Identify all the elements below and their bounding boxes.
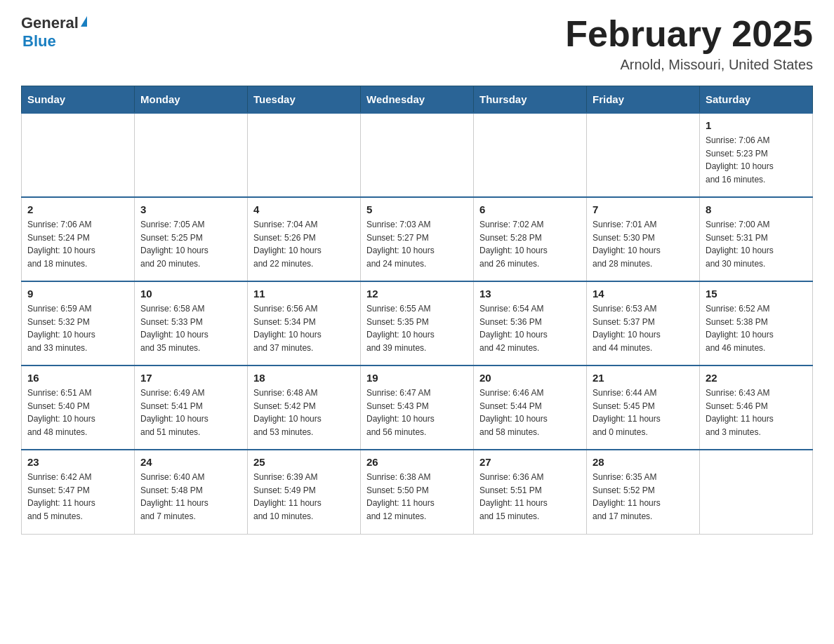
day-number: 21 bbox=[593, 372, 694, 384]
day-number: 19 bbox=[366, 372, 468, 384]
day-number: 5 bbox=[366, 203, 468, 215]
day-info: Sunrise: 6:52 AM Sunset: 5:38 PM Dayligh… bbox=[706, 302, 807, 354]
calendar-cell bbox=[587, 113, 700, 197]
calendar-header-monday: Monday bbox=[135, 86, 248, 114]
day-number: 18 bbox=[253, 372, 355, 384]
day-info: Sunrise: 6:58 AM Sunset: 5:33 PM Dayligh… bbox=[140, 302, 241, 354]
day-number: 14 bbox=[593, 288, 694, 300]
day-info: Sunrise: 6:56 AM Sunset: 5:34 PM Dayligh… bbox=[253, 302, 355, 354]
day-number: 26 bbox=[366, 456, 468, 468]
calendar-header-friday: Friday bbox=[587, 86, 700, 114]
day-info: Sunrise: 7:06 AM Sunset: 5:23 PM Dayligh… bbox=[706, 134, 807, 186]
calendar-header-saturday: Saturday bbox=[700, 86, 813, 114]
calendar-cell bbox=[474, 113, 587, 197]
calendar-header-tuesday: Tuesday bbox=[248, 86, 361, 114]
day-info: Sunrise: 7:00 AM Sunset: 5:31 PM Dayligh… bbox=[706, 218, 807, 270]
day-info: Sunrise: 6:38 AM Sunset: 5:50 PM Dayligh… bbox=[366, 471, 468, 523]
calendar-week-5: 23Sunrise: 6:42 AM Sunset: 5:47 PM Dayli… bbox=[22, 450, 813, 534]
day-number: 12 bbox=[366, 288, 468, 300]
day-info: Sunrise: 6:43 AM Sunset: 5:46 PM Dayligh… bbox=[706, 387, 807, 438]
day-number: 10 bbox=[140, 288, 241, 300]
day-number: 8 bbox=[706, 203, 807, 215]
day-number: 25 bbox=[253, 456, 355, 468]
calendar-cell: 12Sunrise: 6:55 AM Sunset: 5:35 PM Dayli… bbox=[361, 281, 474, 365]
calendar-cell bbox=[361, 113, 474, 197]
calendar-cell bbox=[22, 113, 135, 197]
day-info: Sunrise: 7:05 AM Sunset: 5:25 PM Dayligh… bbox=[140, 218, 241, 270]
calendar-cell: 14Sunrise: 6:53 AM Sunset: 5:37 PM Dayli… bbox=[587, 281, 700, 365]
calendar-week-4: 16Sunrise: 6:51 AM Sunset: 5:40 PM Dayli… bbox=[22, 365, 813, 450]
calendar-cell: 4Sunrise: 7:04 AM Sunset: 5:26 PM Daylig… bbox=[248, 197, 361, 281]
month-title: February 2025 bbox=[565, 14, 813, 54]
calendar-cell: 13Sunrise: 6:54 AM Sunset: 5:36 PM Dayli… bbox=[474, 281, 587, 365]
page-header: General Blue February 2025 Arnold, Misso… bbox=[21, 14, 813, 73]
calendar-cell: 7Sunrise: 7:01 AM Sunset: 5:30 PM Daylig… bbox=[587, 197, 700, 281]
day-number: 23 bbox=[27, 456, 128, 468]
location-title: Arnold, Missouri, United States bbox=[565, 57, 813, 73]
day-number: 3 bbox=[140, 203, 241, 215]
calendar-cell: 11Sunrise: 6:56 AM Sunset: 5:34 PM Dayli… bbox=[248, 281, 361, 365]
day-info: Sunrise: 6:44 AM Sunset: 5:45 PM Dayligh… bbox=[593, 387, 694, 438]
calendar-cell: 28Sunrise: 6:35 AM Sunset: 5:52 PM Dayli… bbox=[587, 450, 700, 534]
day-number: 24 bbox=[140, 456, 241, 468]
day-number: 4 bbox=[253, 203, 355, 215]
logo-general-text: General bbox=[21, 14, 79, 32]
day-number: 6 bbox=[479, 203, 581, 215]
calendar-cell: 10Sunrise: 6:58 AM Sunset: 5:33 PM Dayli… bbox=[135, 281, 248, 365]
calendar-cell: 21Sunrise: 6:44 AM Sunset: 5:45 PM Dayli… bbox=[587, 365, 700, 450]
day-info: Sunrise: 6:46 AM Sunset: 5:44 PM Dayligh… bbox=[479, 387, 581, 438]
day-info: Sunrise: 6:55 AM Sunset: 5:35 PM Dayligh… bbox=[366, 302, 468, 354]
day-info: Sunrise: 6:49 AM Sunset: 5:41 PM Dayligh… bbox=[140, 387, 241, 438]
calendar-cell: 22Sunrise: 6:43 AM Sunset: 5:46 PM Dayli… bbox=[700, 365, 813, 450]
day-info: Sunrise: 7:06 AM Sunset: 5:24 PM Dayligh… bbox=[27, 218, 128, 270]
day-info: Sunrise: 6:39 AM Sunset: 5:49 PM Dayligh… bbox=[253, 471, 355, 523]
calendar-table: SundayMondayTuesdayWednesdayThursdayFrid… bbox=[21, 86, 813, 535]
day-number: 22 bbox=[706, 372, 807, 384]
day-number: 20 bbox=[479, 372, 581, 384]
calendar-week-3: 9Sunrise: 6:59 AM Sunset: 5:32 PM Daylig… bbox=[22, 281, 813, 365]
calendar-cell: 24Sunrise: 6:40 AM Sunset: 5:48 PM Dayli… bbox=[135, 450, 248, 534]
calendar-cell: 17Sunrise: 6:49 AM Sunset: 5:41 PM Dayli… bbox=[135, 365, 248, 450]
calendar-cell bbox=[248, 113, 361, 197]
day-number: 27 bbox=[479, 456, 581, 468]
calendar-cell: 1Sunrise: 7:06 AM Sunset: 5:23 PM Daylig… bbox=[700, 113, 813, 197]
day-info: Sunrise: 6:40 AM Sunset: 5:48 PM Dayligh… bbox=[140, 471, 241, 523]
calendar-cell: 6Sunrise: 7:02 AM Sunset: 5:28 PM Daylig… bbox=[474, 197, 587, 281]
calendar-cell: 23Sunrise: 6:42 AM Sunset: 5:47 PM Dayli… bbox=[22, 450, 135, 534]
day-number: 16 bbox=[27, 372, 128, 384]
day-number: 17 bbox=[140, 372, 241, 384]
day-info: Sunrise: 7:04 AM Sunset: 5:26 PM Dayligh… bbox=[253, 218, 355, 270]
calendar-cell: 16Sunrise: 6:51 AM Sunset: 5:40 PM Dayli… bbox=[22, 365, 135, 450]
calendar-cell: 9Sunrise: 6:59 AM Sunset: 5:32 PM Daylig… bbox=[22, 281, 135, 365]
calendar-cell: 8Sunrise: 7:00 AM Sunset: 5:31 PM Daylig… bbox=[700, 197, 813, 281]
day-number: 13 bbox=[479, 288, 581, 300]
calendar-cell: 27Sunrise: 6:36 AM Sunset: 5:51 PM Dayli… bbox=[474, 450, 587, 534]
calendar-header-thursday: Thursday bbox=[474, 86, 587, 114]
day-info: Sunrise: 6:36 AM Sunset: 5:51 PM Dayligh… bbox=[479, 471, 581, 523]
calendar-cell: 15Sunrise: 6:52 AM Sunset: 5:38 PM Dayli… bbox=[700, 281, 813, 365]
calendar-cell: 18Sunrise: 6:48 AM Sunset: 5:42 PM Dayli… bbox=[248, 365, 361, 450]
day-number: 7 bbox=[593, 203, 694, 215]
day-number: 2 bbox=[27, 203, 128, 215]
day-info: Sunrise: 6:51 AM Sunset: 5:40 PM Dayligh… bbox=[27, 387, 128, 438]
day-info: Sunrise: 7:01 AM Sunset: 5:30 PM Dayligh… bbox=[593, 218, 694, 270]
logo-triangle-icon bbox=[81, 16, 87, 27]
calendar-cell bbox=[135, 113, 248, 197]
calendar-cell: 3Sunrise: 7:05 AM Sunset: 5:25 PM Daylig… bbox=[135, 197, 248, 281]
calendar-cell: 19Sunrise: 6:47 AM Sunset: 5:43 PM Dayli… bbox=[361, 365, 474, 450]
day-info: Sunrise: 7:02 AM Sunset: 5:28 PM Dayligh… bbox=[479, 218, 581, 270]
calendar-week-2: 2Sunrise: 7:06 AM Sunset: 5:24 PM Daylig… bbox=[22, 197, 813, 281]
calendar-week-1: 1Sunrise: 7:06 AM Sunset: 5:23 PM Daylig… bbox=[22, 113, 813, 197]
day-number: 1 bbox=[706, 119, 807, 131]
day-info: Sunrise: 6:59 AM Sunset: 5:32 PM Dayligh… bbox=[27, 302, 128, 354]
day-number: 9 bbox=[27, 288, 128, 300]
title-block: February 2025 Arnold, Missouri, United S… bbox=[565, 14, 813, 73]
day-info: Sunrise: 6:48 AM Sunset: 5:42 PM Dayligh… bbox=[253, 387, 355, 438]
calendar-cell bbox=[700, 450, 813, 534]
day-info: Sunrise: 6:54 AM Sunset: 5:36 PM Dayligh… bbox=[479, 302, 581, 354]
calendar-cell: 5Sunrise: 7:03 AM Sunset: 5:27 PM Daylig… bbox=[361, 197, 474, 281]
calendar-cell: 20Sunrise: 6:46 AM Sunset: 5:44 PM Dayli… bbox=[474, 365, 587, 450]
logo-blue-text: Blue bbox=[22, 32, 87, 51]
day-info: Sunrise: 7:03 AM Sunset: 5:27 PM Dayligh… bbox=[366, 218, 468, 270]
day-info: Sunrise: 6:53 AM Sunset: 5:37 PM Dayligh… bbox=[593, 302, 694, 354]
